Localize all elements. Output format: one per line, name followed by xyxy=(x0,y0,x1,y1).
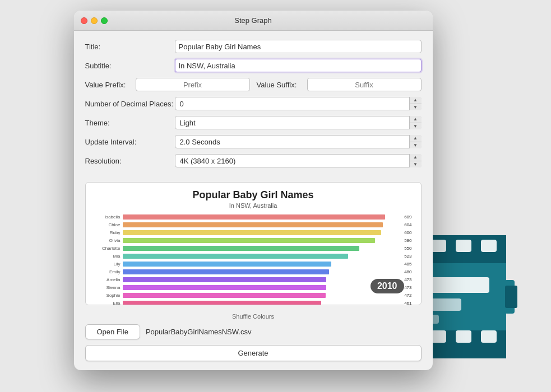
resolution-wrapper: 4K (3840 x 2160) 1080p (1920 x 1080) 720… xyxy=(175,154,422,167)
theme-stepper-down[interactable]: ▼ xyxy=(410,123,422,130)
theme-stepper-up[interactable]: ▲ xyxy=(410,116,422,123)
bar-track xyxy=(123,222,403,227)
svg-rect-7 xyxy=(456,240,471,252)
resolution-stepper-up[interactable]: ▲ xyxy=(410,154,422,161)
bar-track xyxy=(123,246,403,251)
decimal-places-wrapper: 0 1 2 ▲ ▼ xyxy=(175,97,422,110)
bar-row: Lily485 xyxy=(95,260,412,268)
bar-label: Lily xyxy=(95,262,123,267)
resolution-stepper: ▲ ▼ xyxy=(409,154,422,167)
resolution-label: Resolution: xyxy=(85,157,175,165)
generate-button[interactable]: Generate xyxy=(85,345,422,361)
bar-fill xyxy=(123,222,383,227)
update-interval-select[interactable]: 2.0 Seconds 1.0 Seconds 5.0 Seconds xyxy=(175,135,422,148)
bar-value: 550 xyxy=(404,246,411,251)
minimize-button[interactable] xyxy=(91,17,98,24)
bar-value: 485 xyxy=(404,262,411,267)
bar-track xyxy=(123,285,403,290)
svg-rect-13 xyxy=(481,330,497,343)
bar-value: 604 xyxy=(404,222,411,227)
decimal-stepper: ▲ ▼ xyxy=(409,97,422,110)
bar-fill xyxy=(123,238,375,243)
bar-label: Mia xyxy=(95,254,123,259)
value-suffix-input[interactable] xyxy=(307,78,422,91)
bar-row: Emily480 xyxy=(95,268,412,276)
bar-label: Ella xyxy=(95,301,123,305)
chart-title: Popular Baby Girl Names xyxy=(95,189,412,201)
bar-row: Ruby600 xyxy=(95,229,412,236)
window-title: Step Graph xyxy=(234,16,272,25)
title-row: Title: xyxy=(85,40,422,53)
bar-track xyxy=(123,269,403,274)
decimal-places-select[interactable]: 0 1 2 xyxy=(175,97,422,110)
bar-row: Sienna473 xyxy=(95,284,412,291)
bar-track xyxy=(123,277,403,282)
bar-label: Ruby xyxy=(95,230,123,235)
bar-track xyxy=(123,301,403,305)
value-prefix-input[interactable] xyxy=(136,78,250,91)
update-interval-label: Update Interval: xyxy=(85,138,175,146)
decimal-places-label: Number of Decimal Places: xyxy=(85,100,175,108)
generate-row: Generate xyxy=(85,345,422,361)
bar-row: Ella461 xyxy=(95,300,412,305)
title-bar: Step Graph xyxy=(74,11,433,31)
main-window: Step Graph Title: Subtitle: Value Prefix… xyxy=(74,11,433,370)
bar-label: Charlotte xyxy=(95,246,123,251)
bar-fill xyxy=(123,277,327,282)
update-interval-row: Update Interval: 2.0 Seconds 1.0 Seconds… xyxy=(85,135,422,148)
bar-track xyxy=(123,238,403,243)
file-name: PopularBabyGirlNamesNSW.csv xyxy=(146,328,252,336)
theme-select[interactable]: Light Dark xyxy=(175,116,422,129)
shuffle-colours-button[interactable]: Shuffle Colours xyxy=(232,313,274,320)
bar-track xyxy=(123,262,403,267)
prefix-suffix-row: Value Prefix: Value Suffix: xyxy=(85,78,422,91)
svg-rect-12 xyxy=(456,330,471,343)
value-prefix-label: Value Prefix: xyxy=(85,81,136,89)
shuffle-bar: Shuffle Colours xyxy=(74,311,433,324)
decimal-stepper-up[interactable]: ▲ xyxy=(410,97,422,104)
bar-track xyxy=(123,293,403,298)
bar-fill xyxy=(123,293,326,298)
bar-track xyxy=(123,230,403,235)
bar-fill xyxy=(123,285,327,290)
bar-value: 586 xyxy=(404,238,411,243)
bar-track xyxy=(123,254,403,259)
bar-value: 600 xyxy=(404,230,411,235)
bar-fill xyxy=(123,246,360,251)
close-button[interactable] xyxy=(81,17,87,24)
bar-label: Olivia xyxy=(95,238,123,243)
title-label: Title: xyxy=(85,43,175,51)
update-interval-stepper-up[interactable]: ▲ xyxy=(410,135,422,142)
bar-label: Chloe xyxy=(95,222,123,227)
resolution-stepper-down[interactable]: ▼ xyxy=(410,161,422,168)
resolution-row: Resolution: 4K (3840 x 2160) 1080p (1920… xyxy=(85,154,422,167)
bar-value: 472 xyxy=(404,293,411,298)
bar-label: Emily xyxy=(95,269,123,274)
update-interval-wrapper: 2.0 Seconds 1.0 Seconds 5.0 Seconds ▲ ▼ xyxy=(175,135,422,148)
bar-label: Amelia xyxy=(95,277,123,282)
svg-rect-6 xyxy=(430,240,446,252)
bar-value: 523 xyxy=(404,254,411,259)
bar-fill xyxy=(123,301,321,305)
chart-body: Isabella609Chloe604Ruby600Olivia586Charl… xyxy=(95,213,412,305)
prefix-half: Value Prefix: xyxy=(85,78,250,91)
subtitle-label: Subtitle: xyxy=(85,62,175,70)
bar-value: 609 xyxy=(404,214,411,220)
maximize-button[interactable] xyxy=(101,17,108,24)
resolution-select[interactable]: 4K (3840 x 2160) 1080p (1920 x 1080) 720… xyxy=(175,154,422,167)
bar-value: 480 xyxy=(404,269,411,274)
bar-fill xyxy=(123,262,332,267)
bar-fill xyxy=(123,214,385,220)
chart-subtitle: In NSW, Australia xyxy=(95,202,412,209)
svg-rect-20 xyxy=(505,286,517,308)
bar-fill xyxy=(123,254,348,259)
update-interval-stepper-down[interactable]: ▼ xyxy=(410,142,422,149)
subtitle-input[interactable] xyxy=(175,59,422,72)
title-input[interactable] xyxy=(175,40,422,53)
bar-value: 461 xyxy=(404,301,411,305)
decimal-places-row: Number of Decimal Places: 0 1 2 ▲ ▼ xyxy=(85,97,422,110)
form-section: Title: Subtitle: Value Prefix: Value Suf… xyxy=(74,31,433,182)
open-file-button[interactable]: Open File xyxy=(85,324,140,339)
decimal-stepper-down[interactable]: ▼ xyxy=(410,104,422,111)
preview-area: Popular Baby Girl Names In NSW, Australi… xyxy=(85,182,422,305)
